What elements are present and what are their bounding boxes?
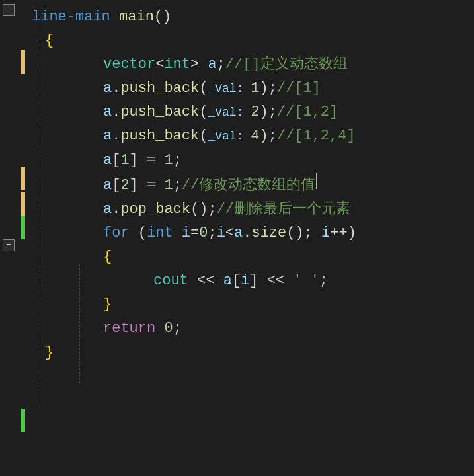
semicolon: ; bbox=[217, 54, 225, 76]
op-assign-2: = bbox=[138, 175, 165, 197]
bracket-close-2: ] bbox=[130, 175, 138, 197]
char-space: ' ' bbox=[293, 270, 319, 292]
line-for-brace-close: } bbox=[26, 293, 474, 317]
paren-close-1: ) bbox=[259, 77, 268, 100]
line-for-loop: for ( int i = 0 ; i < a . size () ; i ++… bbox=[26, 221, 474, 245]
keyword-int-for: int bbox=[147, 222, 173, 245]
var-a-2: a bbox=[103, 77, 112, 100]
var-a-5: a bbox=[103, 149, 112, 172]
yellow-bar-1 bbox=[21, 50, 25, 74]
dot3: . bbox=[112, 125, 120, 147]
num-return-0: 0 bbox=[164, 317, 173, 340]
semi-3: ; bbox=[268, 125, 277, 147]
space-iplus bbox=[313, 222, 321, 245]
var-a-3: a bbox=[103, 101, 112, 124]
comment-3: //[1,2] bbox=[277, 101, 338, 124]
keyword-return: return bbox=[103, 317, 155, 340]
parens: () bbox=[154, 6, 171, 28]
comment-2: //[1] bbox=[277, 77, 321, 100]
paren-for-close: ) bbox=[348, 222, 356, 245]
param-hint-1: _Val: bbox=[208, 80, 251, 99]
function-name-main: main bbox=[119, 6, 154, 28]
num-4: 4 bbox=[251, 125, 259, 147]
semi-5: ; bbox=[173, 175, 182, 197]
parens-pop: () bbox=[190, 198, 208, 221]
line-push-back-4: a.push_back(_Val: 4); //[1,2,4] bbox=[26, 124, 474, 148]
space-return bbox=[155, 317, 164, 340]
type-int: int bbox=[164, 54, 190, 76]
op-lt: < bbox=[225, 222, 234, 245]
green-bar-1 bbox=[21, 216, 25, 239]
idx-1: 1 bbox=[120, 149, 129, 172]
keyword-for: for bbox=[103, 222, 130, 245]
op-assign-1: = bbox=[138, 149, 165, 172]
var-a-9: a bbox=[223, 270, 232, 292]
semi-cout: ; bbox=[319, 270, 328, 292]
op-eq: = bbox=[190, 222, 199, 245]
semi-4: ; bbox=[173, 149, 182, 172]
yellow-bar-3 bbox=[21, 192, 25, 216]
punct-gt: > bbox=[190, 54, 199, 76]
num-2: 2 bbox=[251, 101, 259, 124]
line-open-brace-outer: { bbox=[26, 29, 474, 53]
var-a-6: a bbox=[103, 175, 112, 197]
dot2: . bbox=[112, 101, 120, 124]
brace-close-main: } bbox=[45, 342, 54, 364]
code-content: line-main main () { vector<int> a ; //[]… bbox=[26, 3, 474, 365]
yellow-bar-2 bbox=[21, 167, 25, 190]
comment-5: //修改动态数组的值 bbox=[182, 175, 315, 197]
val-1b: 1 bbox=[164, 175, 173, 197]
brace-open: { bbox=[45, 30, 54, 52]
num-zero: 0 bbox=[199, 222, 208, 245]
paren-close-3: ) bbox=[259, 125, 268, 147]
method-size: size bbox=[251, 222, 286, 245]
line-assign-a1: a[1] = 1; bbox=[26, 149, 474, 173]
semi-for1: ; bbox=[208, 222, 216, 245]
comment-1: //[]定义动态数组 bbox=[225, 54, 348, 76]
method-push-back-2: push_back bbox=[120, 101, 199, 124]
paren-open-1: ( bbox=[199, 77, 208, 100]
punct-lt: < bbox=[155, 54, 164, 76]
bracket-open-1: [ bbox=[112, 149, 120, 172]
space-for bbox=[130, 222, 138, 245]
method-push-back-3: push_back bbox=[120, 125, 199, 147]
paren-for-open: ( bbox=[138, 222, 147, 245]
var-a-4: a bbox=[103, 125, 112, 147]
var-i4: i bbox=[241, 270, 249, 292]
paren-open-3: ( bbox=[199, 125, 208, 147]
semi-2: ; bbox=[268, 101, 277, 124]
semi-6: ; bbox=[208, 198, 216, 221]
fold-for[interactable]: − bbox=[3, 239, 15, 251]
semi-return: ; bbox=[173, 317, 182, 340]
keyword-int: line-main bbox=[32, 6, 110, 28]
dot1: . bbox=[112, 77, 120, 100]
line-pop-back: a.pop_back(); //删除最后一个元素 bbox=[26, 198, 474, 221]
line-for-brace-open: { bbox=[26, 245, 474, 269]
line-return: return 0 ; bbox=[26, 317, 474, 340]
line-vector-def: vector<int> a ; //[]定义动态数组 bbox=[26, 53, 474, 77]
line-main-declaration: line-main main () bbox=[26, 5, 474, 29]
line-assign-a2: a[2] = 1; //修改动态数组的值 bbox=[26, 173, 474, 198]
idx-2: 2 bbox=[120, 175, 129, 197]
var-i3: i bbox=[321, 222, 330, 245]
line-push-back-2: a.push_back(_Val: 2); //[1,2] bbox=[26, 100, 474, 124]
param-hint-3: _Val: bbox=[208, 128, 251, 146]
dot4: . bbox=[112, 198, 120, 221]
bracket-open-2: [ bbox=[112, 175, 120, 197]
parens-size: () bbox=[286, 222, 303, 245]
fold-main[interactable]: − bbox=[3, 4, 15, 16]
val-1: 1 bbox=[164, 149, 173, 172]
comment-4: //[1,2,4] bbox=[277, 125, 356, 147]
green-bar-2 bbox=[21, 409, 25, 432]
op-stream-2: << bbox=[258, 270, 293, 292]
op-stream-1: << bbox=[188, 270, 223, 292]
comment-6: //删除最后一个元素 bbox=[217, 198, 350, 221]
method-push-back-1: push_back bbox=[120, 77, 199, 100]
punct-space bbox=[110, 6, 119, 28]
line-close-brace-outer: } bbox=[26, 341, 474, 365]
brace-for-open: { bbox=[103, 246, 112, 268]
semi-1: ; bbox=[268, 77, 277, 100]
var-a-7: a bbox=[103, 198, 112, 221]
var-i2: i bbox=[217, 222, 225, 245]
type-vector: vector bbox=[103, 54, 155, 76]
